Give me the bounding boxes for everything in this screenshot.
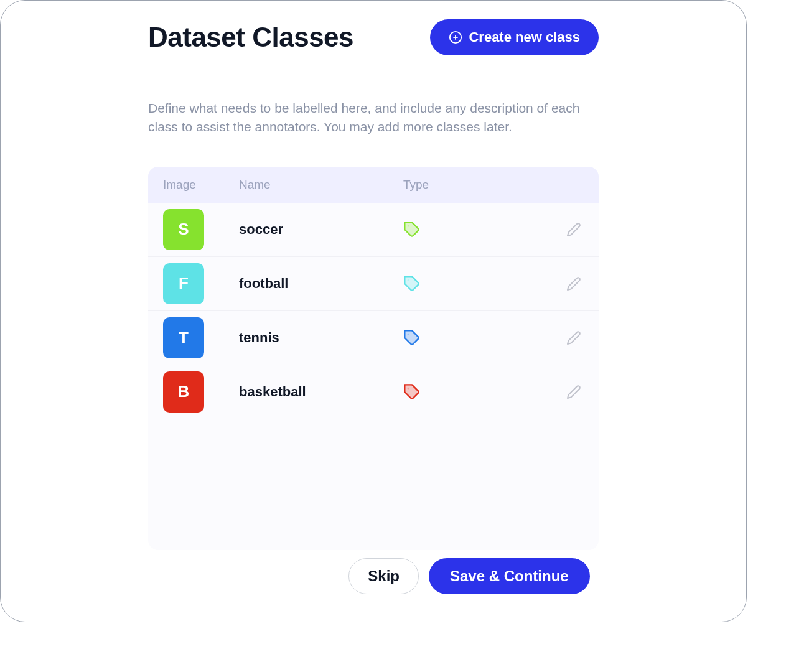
- description-text: Define what needs to be labelled here, a…: [148, 99, 599, 137]
- create-button-label: Create new class: [469, 29, 580, 45]
- svg-point-3: [408, 225, 409, 227]
- plus-circle-icon: [449, 30, 462, 44]
- table-row: S soccer: [148, 203, 599, 257]
- classes-table: Image Name Type S soccer F football: [148, 167, 599, 550]
- column-name: Name: [239, 178, 403, 192]
- header-row: Dataset Classes Create new class: [148, 19, 599, 55]
- tag-icon: [403, 383, 421, 401]
- class-badge-wrap: F: [163, 263, 239, 304]
- class-badge: S: [163, 209, 204, 250]
- pencil-icon: [566, 385, 581, 399]
- pencil-icon: [566, 222, 581, 237]
- edit-class-button[interactable]: [563, 218, 585, 241]
- class-badge: B: [163, 371, 204, 413]
- class-name: tennis: [239, 330, 403, 346]
- table-row: B basketball: [148, 365, 599, 419]
- pencil-icon: [566, 330, 581, 345]
- class-type: [403, 275, 549, 292]
- tag-icon: [403, 329, 421, 347]
- page-title: Dataset Classes: [148, 22, 353, 53]
- skip-button[interactable]: Skip: [348, 558, 419, 594]
- column-type: Type: [403, 178, 549, 192]
- class-badge-wrap: T: [163, 317, 239, 358]
- column-image: Image: [163, 178, 239, 192]
- svg-point-5: [408, 334, 409, 335]
- content-area: Dataset Classes Create new class Define …: [148, 19, 599, 550]
- class-badge: F: [163, 263, 204, 304]
- tag-icon: [403, 275, 421, 292]
- edit-class-button[interactable]: [563, 327, 585, 349]
- table-header: Image Name Type: [148, 167, 599, 203]
- class-name: football: [239, 276, 403, 292]
- class-type: [403, 221, 549, 238]
- tag-icon: [403, 221, 421, 238]
- class-type: [403, 329, 549, 347]
- dataset-classes-panel: Dataset Classes Create new class Define …: [0, 0, 747, 622]
- table-body: S soccer F football T tennis: [148, 203, 599, 419]
- svg-point-6: [408, 388, 409, 390]
- save-continue-button[interactable]: Save & Continue: [429, 558, 590, 594]
- class-badge-wrap: B: [163, 371, 239, 413]
- edit-class-button[interactable]: [563, 381, 585, 403]
- class-type: [403, 383, 549, 401]
- edit-class-button[interactable]: [563, 273, 585, 295]
- class-name: soccer: [239, 222, 403, 238]
- footer-row: Skip Save & Continue: [148, 558, 599, 594]
- table-row: T tennis: [148, 311, 599, 365]
- table-row: F football: [148, 257, 599, 311]
- class-badge: T: [163, 317, 204, 358]
- svg-point-4: [408, 279, 409, 281]
- pencil-icon: [566, 276, 581, 291]
- class-badge-wrap: S: [163, 209, 239, 250]
- class-name: basketball: [239, 384, 403, 400]
- create-new-class-button[interactable]: Create new class: [430, 19, 599, 55]
